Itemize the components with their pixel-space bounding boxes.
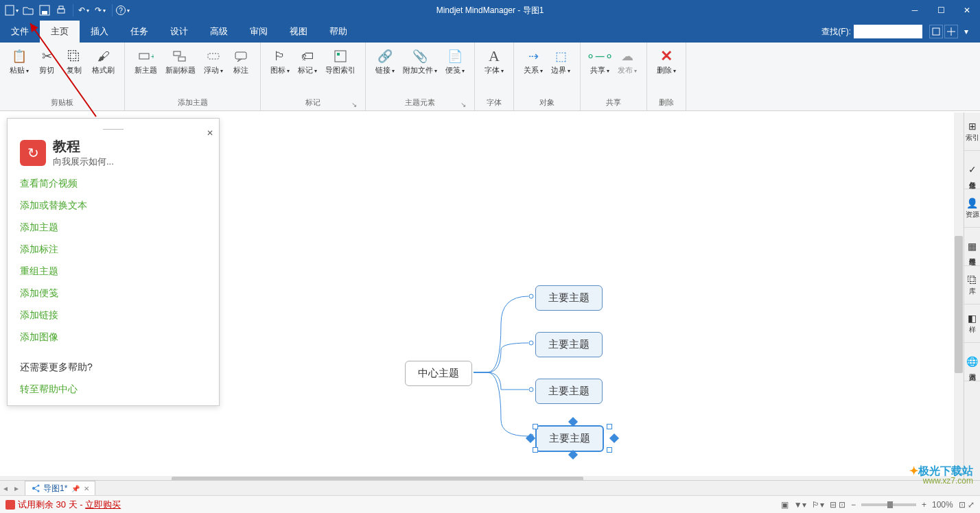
tab-insert[interactable]: 插入: [80, 21, 119, 43]
tutorial-link-topic[interactable]: 添加主题: [20, 222, 207, 234]
delete-button[interactable]: ✕删除▾: [653, 45, 680, 96]
tab-design[interactable]: 设计: [159, 21, 199, 43]
search-input[interactable]: [854, 25, 922, 38]
svg-rect-10: [174, 51, 180, 56]
ribbon-group-delete: ✕删除▾ 删除: [647, 43, 686, 110]
zoom-level[interactable]: 100%: [932, 500, 953, 510]
side-tab-style[interactable]: ◧样: [964, 305, 980, 343]
publish-button[interactable]: ☁发布▾: [614, 45, 641, 96]
callout-button[interactable]: 标注: [227, 45, 255, 96]
buy-now-link[interactable]: 立即购买: [85, 499, 121, 510]
help-button[interactable]: ?▾: [115, 3, 130, 18]
ribbon-group-addtopic: +新主题 新副标题 浮动▾ 标注 添加主题: [125, 43, 261, 110]
status-icon-3[interactable]: 🏳▾: [812, 500, 824, 510]
main-topic-3[interactable]: 主要主题: [535, 379, 603, 404]
selection-handle[interactable]: [607, 447, 612, 453]
main-topic-4-selected[interactable]: 主要主题: [535, 425, 604, 452]
side-tab-resources[interactable]: 👤资源: [964, 189, 980, 228]
side-tab-parts[interactable]: ▦导图组件: [964, 228, 980, 266]
selection-handle[interactable]: [533, 424, 538, 429]
vertical-scrollbar[interactable]: [954, 112, 964, 488]
zoom-out-button[interactable]: −: [851, 500, 856, 510]
canvas[interactable]: ┄┄┄┄┄ ✕ ↻ 教程 向我展示如何... 查看简介视频 添加或替换文本 添加…: [0, 111, 980, 495]
svg-rect-3: [58, 9, 65, 13]
svg-rect-26: [5, 500, 15, 510]
tutorial-link-video[interactable]: 查看简介视频: [20, 178, 207, 190]
svg-text:+: +: [151, 53, 154, 60]
status-icon-2[interactable]: ▼▾: [794, 500, 806, 510]
selection-handle[interactable]: [533, 447, 538, 453]
share-button[interactable]: ⚬─⚬共享▾: [586, 45, 614, 96]
new-doc-button[interactable]: ▾: [4, 3, 19, 18]
new-topic-button[interactable]: +新主题: [130, 45, 161, 96]
tab-close-button[interactable]: ✕: [84, 485, 89, 492]
redo-button[interactable]: ↷▾: [93, 3, 108, 18]
tab-advanced[interactable]: 高级: [199, 21, 239, 43]
tab-nav-prev[interactable]: ◂: [0, 484, 11, 493]
undo-button[interactable]: ↶▾: [76, 3, 91, 18]
close-button[interactable]: ✕: [954, 0, 980, 21]
tutorial-link-note[interactable]: 添加便笺: [20, 287, 207, 300]
side-tab-browser[interactable]: 🌐浏览器: [964, 343, 980, 381]
tab-help[interactable]: 帮助: [318, 21, 358, 43]
view-mode-2[interactable]: [944, 25, 958, 38]
tutorial-link-callout[interactable]: 添加标注: [20, 243, 207, 256]
side-tab-library[interactable]: ⿻库: [964, 266, 980, 305]
font-button[interactable]: A字体▾: [480, 45, 508, 96]
maximize-button[interactable]: ☐: [928, 0, 954, 21]
svg-rect-11: [178, 57, 185, 61]
pin-icon[interactable]: 📌: [71, 485, 80, 492]
float-button[interactable]: 浮动▾: [200, 45, 227, 96]
zoom-slider[interactable]: [861, 503, 916, 506]
elements-dialog-launcher[interactable]: ↘: [459, 101, 467, 109]
main-topic-2[interactable]: 主要主题: [535, 332, 603, 357]
center-topic[interactable]: 中心主题: [405, 361, 472, 386]
fit-button[interactable]: ⊡ ⤢: [959, 500, 975, 510]
selection-handle[interactable]: [607, 424, 612, 429]
relationship-button[interactable]: ⇢关系▾: [520, 45, 547, 96]
format-painter-button[interactable]: 🖌格式刷: [88, 45, 119, 96]
save-button[interactable]: [37, 3, 52, 18]
note-button[interactable]: 📄便笺▾: [441, 45, 469, 96]
tab-review[interactable]: 审阅: [239, 21, 279, 43]
side-tab-taskinfo[interactable]: ✓任务信息: [964, 151, 980, 189]
status-icon-1[interactable]: ▣: [781, 500, 789, 510]
panel-drag-handle[interactable]: ┄┄┄┄┄: [20, 126, 207, 133]
link-button[interactable]: 🔗链接▾: [371, 45, 399, 96]
panel-close-button[interactable]: ✕: [207, 128, 213, 138]
new-subtopic-button[interactable]: 新副标题: [161, 45, 200, 96]
attach-button[interactable]: 📎附加文件▾: [399, 45, 441, 96]
help-center-link[interactable]: 转至帮助中心: [20, 383, 207, 396]
main-topic-1[interactable]: 主要主题: [535, 285, 603, 311]
view-mode-1[interactable]: [929, 25, 943, 38]
tab-view[interactable]: 视图: [279, 21, 318, 43]
copy-button[interactable]: ⿻复制: [60, 45, 88, 96]
tab-nav-next[interactable]: ▸: [11, 484, 22, 493]
svg-rect-13: [235, 52, 246, 59]
open-button[interactable]: [21, 3, 36, 18]
tutorial-link-image[interactable]: 添加图像: [20, 331, 207, 344]
view-dropdown[interactable]: ▾: [959, 25, 973, 38]
markers-dialog-launcher[interactable]: ↘: [350, 101, 358, 109]
tab-task[interactable]: 任务: [119, 21, 159, 43]
tutorial-link-text[interactable]: 添加或替换文本: [20, 200, 207, 212]
app-icon: [5, 500, 15, 510]
tutorial-link-reorg[interactable]: 重组主题: [20, 265, 207, 278]
cut-button[interactable]: ✂剪切: [33, 45, 60, 96]
document-tab-active[interactable]: 导图1* 📌 ✕: [25, 481, 95, 496]
map-index-button[interactable]: 导图索引: [321, 45, 360, 96]
tab-home[interactable]: 主页: [40, 21, 80, 43]
paste-button[interactable]: 📋粘贴▾: [5, 45, 33, 96]
minimize-button[interactable]: ─: [902, 0, 928, 21]
print-button[interactable]: [54, 3, 69, 18]
boundary-button[interactable]: ⬚边界▾: [547, 45, 574, 96]
svg-point-16: [529, 294, 533, 298]
side-tab-index[interactable]: ⊞索引: [964, 112, 980, 151]
status-icon-4[interactable]: ⊟ ⊡: [830, 500, 845, 510]
icon-marker-button[interactable]: 🏳图标▾: [266, 45, 294, 96]
zoom-in-button[interactable]: +: [922, 500, 926, 510]
tutorial-link-link[interactable]: 添加链接: [20, 309, 207, 322]
tab-file[interactable]: 文件: [0, 21, 40, 43]
panel-title: 教程: [53, 137, 114, 156]
tag-button[interactable]: 🏷标记▾: [294, 45, 321, 96]
